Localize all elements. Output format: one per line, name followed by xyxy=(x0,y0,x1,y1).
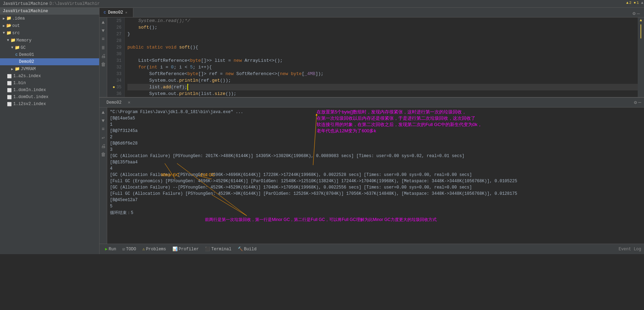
settings-icon[interactable]: ⚙ xyxy=(634,99,637,105)
java-file-icon: C xyxy=(15,53,18,57)
editor-settings[interactable]: ⚙ — xyxy=(630,10,642,17)
console-line: 循环结束：5 xyxy=(110,209,641,216)
arrow-icon: ▶ xyxy=(11,67,13,71)
arrow-icon: ▼ xyxy=(7,38,9,42)
tree-label: 1.domIn.index xyxy=(13,88,46,93)
tab-java-icon: C xyxy=(104,10,106,15)
gutter-25: 25 xyxy=(107,17,124,24)
sidebar-item-demo01[interactable]: C Demo01 xyxy=(0,51,99,58)
gutter-35: ● 35 xyxy=(107,84,124,90)
editor-tab-demo02[interactable]: C Demo02 ✕ xyxy=(99,8,133,17)
todo-label: TODO xyxy=(126,247,136,252)
tree-label: Memory xyxy=(16,38,31,43)
folder-icon: 📂 xyxy=(6,23,12,28)
arrow-icon: ▶ xyxy=(3,24,5,28)
build-button[interactable]: 🔨 Build xyxy=(235,246,259,252)
console-down-icon[interactable]: ▼ xyxy=(101,117,105,124)
sidebar-item-jvmram[interactable]: ▶ 📁 JVMRAM xyxy=(0,65,99,73)
code-line-26: soft(); xyxy=(127,24,644,31)
arrow-icon: ▶ xyxy=(3,16,5,21)
sidebar-item-demo02[interactable]: C Demo02 xyxy=(0,58,99,65)
code-line-33: SoftReference < byte []> ref = new SoftR… xyxy=(127,71,644,77)
delete-icon[interactable]: 🗑 xyxy=(100,61,106,68)
cursor: | xyxy=(187,84,188,90)
action-icon-1[interactable]: ≡ xyxy=(101,36,105,43)
file-icon: ⬜ xyxy=(7,88,12,93)
run-button[interactable]: ▶ Run xyxy=(102,246,119,252)
problems-icon: ⚠ xyxy=(142,246,145,252)
code-content: System.in.read();*/ soft(); } public xyxy=(125,17,644,97)
line-numbers: 25 26 27 28 29 30 31 32 33 34 ● 35 36 xyxy=(107,17,125,97)
warning-bar: ▲ xyxy=(638,17,644,97)
sidebar: JavaVirtualMachine ▶ 📁 .idea ▶ 📂 out xyxy=(0,8,99,254)
minimize-icon[interactable]: — xyxy=(637,11,640,16)
console-wrap-icon[interactable]: ↩ xyxy=(101,134,105,141)
sidebar-item-domout[interactable]: ⬜ 1.domOut.index xyxy=(0,94,99,101)
print-icon[interactable]: 🖨 xyxy=(100,53,106,60)
tree-label: 1.i2sv2.index xyxy=(13,102,46,106)
todo-button[interactable]: ☑ TODO xyxy=(120,246,139,252)
output-tab-demo02[interactable]: Demo02 xyxy=(102,99,126,106)
code-line-31: List< SoftReference < byte []>> list = n… xyxy=(127,57,644,64)
sidebar-item-i2sv2[interactable]: ⬜ 1.i2sv2.index xyxy=(0,101,99,108)
code-line-25: System.in.read();*/ xyxy=(127,17,644,24)
event-log-label[interactable]: Event Log xyxy=(619,247,641,252)
code-line-27: } xyxy=(127,31,644,37)
console-clear-icon[interactable]: 🗑 xyxy=(100,151,106,158)
minimize-output-icon[interactable]: — xyxy=(638,99,641,105)
bookmark-icon: ● xyxy=(112,85,115,90)
console-up-icon[interactable]: ▲ xyxy=(101,109,105,116)
tree-label: src xyxy=(12,31,20,36)
console-line: [B@135fbaa4 xyxy=(110,159,641,165)
tree-label: out xyxy=(12,23,20,28)
scroll-down-icon[interactable]: ▼ xyxy=(101,27,105,34)
action-icon-2[interactable]: ≣ xyxy=(101,44,105,51)
gutter-29: 29 xyxy=(107,44,124,51)
tree-label: Demo01 xyxy=(19,52,34,57)
sidebar-item-idea[interactable]: ▶ 📁 .idea xyxy=(0,15,99,22)
sidebar-item-out[interactable]: ▶ 📂 out xyxy=(0,22,99,29)
console-line: [B@7f31245a xyxy=(110,128,641,134)
console-gc-line-2: [GC (Allocation Failure) --[PSYoungGen: … xyxy=(110,172,641,178)
terminal-button[interactable]: ⬛ Terminal xyxy=(202,246,234,252)
sidebar-item-src[interactable]: ▼ 📁 src xyxy=(0,29,99,37)
code-line-28 xyxy=(127,37,644,44)
todo-icon: ☑ xyxy=(123,246,125,252)
build-label: Build xyxy=(244,247,257,252)
gutter-36: 36 xyxy=(107,90,124,97)
src-folder-icon: 📁 xyxy=(6,30,12,36)
warn-bar-triangle: ▲ xyxy=(640,18,642,22)
gutter-31: 31 xyxy=(107,57,124,64)
problems-button[interactable]: ⚠ Problems xyxy=(140,246,169,252)
right-area: C Demo02 ✕ ⚙ — ▲ ▼ ≡ ≣ 🖨 🗑 xyxy=(99,8,644,254)
warn-circle-count: 1 xyxy=(637,1,639,5)
scroll-up-icon[interactable]: ▲ xyxy=(101,19,105,26)
terminal-icon: ⬛ xyxy=(205,246,210,252)
sidebar-item-bin[interactable]: ⬜ 1.bin xyxy=(0,80,99,87)
warn-up-icon[interactable]: ▲ xyxy=(641,1,643,5)
tree-label: GC xyxy=(21,45,25,50)
folder-icon: 📁 xyxy=(6,16,12,21)
code-editor: ▲ ▼ ≡ ≣ 🖨 🗑 25 26 27 28 29 30 31 32 xyxy=(99,17,644,97)
profiler-button[interactable]: 📊 Profiler xyxy=(170,246,202,252)
tab-close-icon[interactable]: ✕ xyxy=(125,10,127,15)
console-full-gc-line-2: [Full GC (Allocation Failure) [PSYoungGe… xyxy=(110,191,641,197)
file-icon: ⬜ xyxy=(7,95,12,99)
console-line: 4 xyxy=(110,165,641,172)
bottom-bar: ▶ Run ☑ TODO ⚠ Problems 📊 Profiler ⬛ xyxy=(99,244,644,254)
console-line: [B@45ee12a7 xyxy=(110,197,641,203)
console-line: 2 xyxy=(110,134,641,140)
sidebar-item-gc[interactable]: ▼ 📁 GC xyxy=(0,44,99,51)
warn-triangle-icon: ▲ xyxy=(626,1,629,5)
output-controls: ⚙ — xyxy=(634,99,641,105)
warn-bar-line xyxy=(641,24,641,38)
console-filter-icon[interactable]: ≡ xyxy=(101,126,105,133)
sidebar-item-a2s[interactable]: ⬜ 1.a2s.index xyxy=(0,73,99,80)
console-print-icon[interactable]: 🖨 xyxy=(100,143,106,150)
output-tab-close[interactable]: ✕ xyxy=(128,100,130,105)
app-path: D:\JavaVirtualMachir xyxy=(50,1,100,6)
gutter-28: 28 xyxy=(107,37,124,44)
sidebar-item-memory[interactable]: ▼ 📁 Memory xyxy=(0,37,99,44)
sidebar-item-domin[interactable]: ⬜ 1.domIn.index xyxy=(0,87,99,94)
tree-label: 1.a2s.index xyxy=(13,74,41,79)
